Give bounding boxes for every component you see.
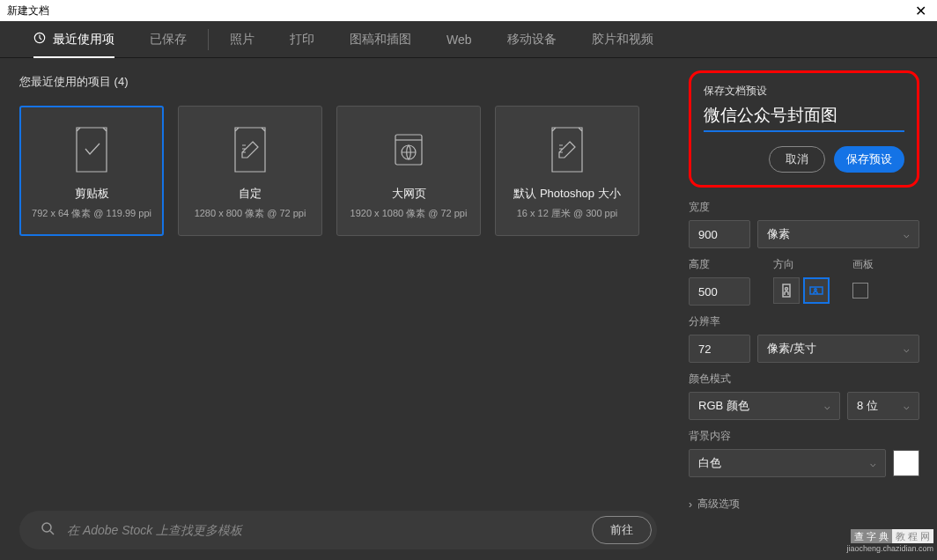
card-subtitle: 1280 x 800 像素 @ 72 ppi <box>195 207 306 220</box>
go-button[interactable]: 前往 <box>592 516 652 544</box>
search-icon <box>41 521 55 539</box>
orientation-landscape[interactable] <box>803 277 830 304</box>
artboard-label: 画板 <box>852 257 874 272</box>
tab-label: 打印 <box>290 32 314 48</box>
resolution-input[interactable] <box>689 335 750 363</box>
bgcontent-group: 背景内容 白色 ⌵ <box>689 429 919 477</box>
close-icon[interactable]: ✕ <box>911 3 930 19</box>
colordepth-value: 8 位 <box>857 398 878 414</box>
clock-icon <box>33 32 46 47</box>
orientation-label: 方向 <box>773 257 830 272</box>
tab-saved[interactable]: 已保存 <box>134 21 203 58</box>
card-list: 剪贴板 792 x 64 像素 @ 119.99 ppi 自定 1280 x 8… <box>19 106 676 236</box>
preset-card-web[interactable]: 大网页 1920 x 1080 像素 @ 72 ppi <box>336 106 481 236</box>
tab-label: Web <box>446 33 472 47</box>
save-preset-box: 保存文档预设 取消 保存预设 <box>689 70 919 188</box>
search-input[interactable] <box>67 523 579 537</box>
preset-card-default[interactable]: 默认 Photoshop 大小 16 x 12 厘米 @ 300 ppi <box>495 106 639 236</box>
bgcontent-value: 白色 <box>698 455 721 471</box>
chevron-down-icon: ⌵ <box>824 401 830 412</box>
svg-point-3 <box>42 523 51 532</box>
tab-web[interactable]: Web <box>431 21 488 58</box>
chevron-down-icon: ⌵ <box>904 401 910 412</box>
advanced-options-toggle[interactable]: › 高级选项 <box>689 497 919 512</box>
search-bar: 前往 <box>19 511 657 549</box>
watermark-a: 查 字 典 <box>851 529 892 543</box>
tab-film[interactable]: 胶片和视频 <box>576 21 669 58</box>
preset-card-clipboard[interactable]: 剪贴板 792 x 64 像素 @ 119.99 ppi <box>19 106 164 236</box>
tab-mobile[interactable]: 移动设备 <box>491 21 572 58</box>
pencil-ruler-icon <box>230 122 270 177</box>
colormode-select[interactable]: RGB 颜色 ⌵ <box>689 392 840 420</box>
chevron-right-icon: › <box>689 498 692 511</box>
orientation-portrait[interactable] <box>773 277 800 304</box>
tab-label: 已保存 <box>150 32 187 48</box>
svg-point-5 <box>786 288 788 291</box>
tab-label: 移动设备 <box>507 32 557 48</box>
tab-bar: 最近使用项 已保存 照片 打印 图稿和插图 Web 移动设备 胶片和视频 <box>0 21 937 58</box>
resolution-unit-value: 像素/英寸 <box>767 341 816 357</box>
bgcontent-label: 背景内容 <box>689 429 919 444</box>
tab-label: 胶片和视频 <box>592 32 653 48</box>
preset-card-custom[interactable]: 自定 1280 x 800 像素 @ 72 ppi <box>178 106 322 236</box>
width-label: 宽度 <box>689 200 919 215</box>
preset-box-label: 保存文档预设 <box>704 84 904 99</box>
tab-recent[interactable]: 最近使用项 <box>18 21 130 58</box>
bgcontent-swatch[interactable] <box>893 450 919 476</box>
card-title: 默认 Photoshop 大小 <box>513 186 620 202</box>
height-label: 高度 <box>689 257 750 272</box>
globe-icon <box>388 122 429 177</box>
card-title: 大网页 <box>392 186 426 202</box>
tab-art[interactable]: 图稿和插图 <box>334 21 427 58</box>
preset-buttons: 取消 保存预设 <box>704 146 904 173</box>
tab-print[interactable]: 打印 <box>274 21 330 58</box>
width-unit-value: 像素 <box>767 226 790 242</box>
width-input[interactable] <box>689 220 750 248</box>
bgcontent-select[interactable]: 白色 ⌵ <box>689 449 886 477</box>
tab-label: 照片 <box>230 32 255 48</box>
height-input[interactable] <box>689 277 750 306</box>
colormode-value: RGB 颜色 <box>698 398 749 414</box>
svg-point-7 <box>815 289 816 291</box>
card-title: 自定 <box>239 186 262 202</box>
tab-label: 最近使用项 <box>53 32 114 48</box>
chevron-down-icon: ⌵ <box>904 343 910 355</box>
resolution-unit-select[interactable]: 像素/英寸 ⌵ <box>757 335 919 363</box>
titlebar: 新建文档 ✕ <box>0 0 937 21</box>
colormode-label: 颜色模式 <box>689 372 919 387</box>
left-panel: 您最近使用的项目 (4) 剪贴板 792 x 64 像素 @ 119.99 pp… <box>0 58 676 560</box>
content-row: 您最近使用的项目 (4) 剪贴板 792 x 64 像素 @ 119.99 pp… <box>0 58 937 560</box>
chevron-down-icon: ⌵ <box>870 458 876 469</box>
chevron-down-icon: ⌵ <box>904 229 910 240</box>
clipboard-icon <box>71 122 112 177</box>
card-title: 剪贴板 <box>75 186 109 202</box>
card-subtitle: 1920 x 1080 像素 @ 72 ppi <box>350 207 468 220</box>
width-group: 宽度 像素 ⌵ <box>689 200 919 248</box>
tab-divider <box>208 29 209 50</box>
resolution-label: 分辨率 <box>689 314 919 329</box>
width-unit-select[interactable]: 像素 ⌵ <box>757 220 919 248</box>
svg-rect-1 <box>395 135 422 165</box>
watermark-b: 教 程 网 <box>892 529 933 543</box>
main-area: 最近使用项 已保存 照片 打印 图稿和插图 Web 移动设备 胶片和视频 您最近… <box>0 21 937 560</box>
watermark-url: jiaocheng.chazidian.com <box>846 544 933 553</box>
cancel-button[interactable]: 取消 <box>769 146 825 173</box>
card-subtitle: 792 x 64 像素 @ 119.99 ppi <box>32 207 151 220</box>
tab-label: 图稿和插图 <box>350 32 411 48</box>
card-subtitle: 16 x 12 厘米 @ 300 ppi <box>517 207 618 220</box>
tab-photo[interactable]: 照片 <box>214 21 270 58</box>
window-title: 新建文档 <box>7 4 49 18</box>
colordepth-select[interactable]: 8 位 ⌵ <box>847 392 919 420</box>
height-orient-group: 高度 方向 <box>689 257 919 306</box>
watermark: 查 字 典 教 程 网 jiaocheng.chazidian.com <box>846 529 933 553</box>
preset-name-input[interactable] <box>704 104 904 132</box>
artboard-checkbox[interactable] <box>852 283 868 298</box>
colormode-group: 颜色模式 RGB 颜色 ⌵ 8 位 ⌵ <box>689 372 919 420</box>
recent-items-label: 您最近使用的项目 (4) <box>19 74 676 90</box>
pencil-ruler-icon <box>547 122 587 177</box>
resolution-group: 分辨率 像素/英寸 ⌵ <box>689 314 919 363</box>
right-panel: 保存文档预设 取消 保存预设 宽度 像素 ⌵ <box>676 58 937 560</box>
advanced-label: 高级选项 <box>697 497 740 512</box>
save-preset-button[interactable]: 保存预设 <box>834 146 904 173</box>
